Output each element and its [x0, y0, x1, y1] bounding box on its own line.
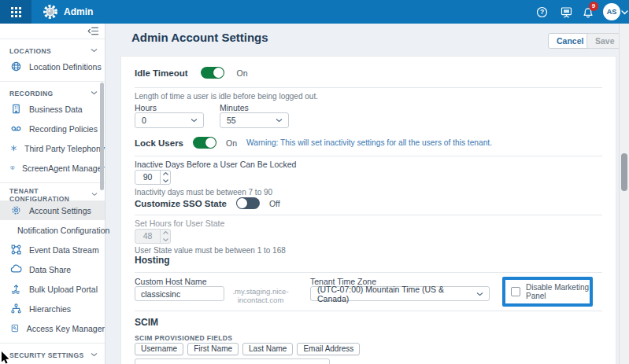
idle-timeout-toggle[interactable] [201, 67, 224, 79]
scim-heading: SCIM [135, 317, 158, 328]
divider [0, 182, 105, 183]
stepper-spin-buttons [160, 230, 170, 243]
host-suffix-text: .my.staging.nice-incontact.com [231, 287, 290, 304]
sidebar-item-location-definitions[interactable]: Location Definitions [0, 57, 105, 76]
sidebar-item-account-settings[interactable]: Account Settings [0, 200, 105, 220]
sidebar-section-recording[interactable]: RECORDING [0, 87, 105, 99]
admin-app-window: Admin ? 9 AS LOCATIONS [0, 0, 629, 364]
stepper-up-button[interactable] [161, 171, 170, 178]
chevron-down-icon [476, 292, 483, 296]
disable-marketing-panel-highlight: Disable Marketing Panel [502, 277, 593, 307]
sidebar-item-hierarchies[interactable]: Hierarchies [0, 299, 105, 318]
account-settings-card: Idle Timeout On Length of time a user is… [120, 56, 616, 364]
sidebar-collapse-row [0, 24, 105, 39]
user-avatar[interactable]: AS [603, 3, 620, 20]
user-menu-chevron-down-icon[interactable] [621, 10, 628, 15]
chevron-down-icon [191, 119, 198, 123]
sidebar-section-security-settings[interactable]: SECURITY SETTINGS [0, 349, 105, 361]
mouse-cursor [1, 351, 10, 364]
lock-users-toggle[interactable] [193, 137, 216, 149]
toggle-knob [205, 138, 216, 148]
sidebar-scrollbar-thumb[interactable] [100, 83, 104, 190]
chevron-down-icon [276, 119, 283, 123]
sidebar-item-notification-configuration[interactable]: Notification Configuration [0, 220, 105, 240]
custom-host-name-label: Custom Host Name [135, 277, 207, 286]
sidebar-item-access-key-manager[interactable]: Access Key Manager [0, 318, 105, 338]
set-hours-stepper[interactable]: 48 [135, 229, 171, 244]
divider [0, 343, 105, 344]
admin-app-logo-icon [42, 3, 59, 20]
scim-chip-email-address[interactable]: Email Address [297, 343, 360, 355]
sidebar-section-locations[interactable]: LOCATIONS [0, 45, 105, 57]
stepper-down-button[interactable] [161, 237, 170, 244]
toggle-knob [237, 198, 247, 208]
nodes-icon [10, 244, 22, 256]
set-hours-label: Set Hours for User State [135, 219, 224, 228]
idle-timeout-help: Length of time a user is idle before bei… [135, 92, 318, 101]
minutes-label: Minutes [220, 103, 249, 112]
minutes-select[interactable]: 55 [220, 112, 289, 128]
stepper-up-button[interactable] [161, 230, 170, 237]
divider [0, 81, 105, 82]
notification-count-badge: 9 [589, 2, 598, 11]
upload-icon [10, 283, 22, 295]
sidebar-item-screenagent-manager[interactable]: ScreenAgent Manager [0, 158, 105, 178]
chevron-down-icon [91, 353, 98, 357]
grid-icon [11, 7, 21, 17]
key-card-icon [10, 322, 20, 334]
save-button[interactable]: Save [586, 33, 623, 49]
building-icon [10, 103, 22, 115]
cancel-button[interactable]: Cancel [548, 33, 592, 49]
divider [135, 311, 602, 311]
globe-icon [10, 61, 22, 72]
divider [135, 156, 602, 156]
chevron-down-icon [91, 91, 98, 95]
cloud-icon [10, 263, 22, 275]
page-scrollbar-thumb[interactable] [621, 153, 627, 191]
stepper-spin-buttons [160, 171, 170, 184]
sidebar-item-business-data[interactable]: Business Data [0, 99, 105, 119]
scim-fields-select[interactable]: Select... [135, 358, 330, 364]
collapse-sidebar-icon[interactable] [87, 26, 99, 36]
divider [135, 215, 602, 215]
whats-new-board-icon[interactable] [561, 6, 572, 18]
idle-timeout-state: On [237, 68, 248, 78]
inactive-days-help: Inactivity days must be between 7 to 90 [135, 188, 272, 197]
page-scrollbar-track [619, 24, 629, 364]
customize-sso-label: Customize SSO State [135, 199, 227, 208]
app-launcher-button[interactable] [0, 0, 31, 24]
voicemail-icon [10, 123, 22, 134]
lock-users-warning: Warning: This will set inactivity settin… [246, 138, 492, 147]
sidebar-section-tenant-configuration[interactable]: TENANT CONFIGURATION [0, 189, 105, 200]
sidebar-item-recording-policies[interactable]: Recording Policies [0, 119, 105, 138]
idle-timeout-label: Idle Timeout [135, 68, 188, 78]
scim-chip-first-name[interactable]: First Name [187, 343, 239, 355]
sidebar-item-data-share[interactable]: Data Share [0, 259, 105, 279]
stepper-down-button[interactable] [161, 178, 170, 185]
sidebar-item-event-data-stream[interactable]: Event Data Stream [0, 240, 105, 259]
help-icon[interactable]: ? [536, 6, 548, 18]
customize-sso-toggle[interactable] [236, 197, 260, 209]
svg-text:?: ? [540, 8, 544, 16]
disable-marketing-panel-checkbox[interactable] [511, 287, 520, 296]
lock-users-label: Lock Users [135, 138, 183, 148]
sidebar-item-bulk-upload-portal[interactable]: Bulk Upload Portal [0, 279, 105, 299]
divider [135, 87, 602, 88]
chevron-down-icon [91, 49, 98, 53]
tenant-time-zone-select[interactable]: (UTC-07:00) Mountain Time (US & Canada) [310, 286, 490, 301]
toggle-knob [213, 68, 224, 78]
app-title: Admin [64, 0, 93, 24]
scim-chip-username[interactable]: Username [135, 343, 183, 355]
hours-select[interactable]: 0 [135, 112, 204, 128]
customize-sso-state: Off [269, 199, 280, 208]
sidebar-nav: LOCATIONS Location Definitions RECORDING… [0, 24, 105, 364]
scim-chip-last-name[interactable]: Last Name [242, 343, 293, 355]
gear-icon [10, 204, 22, 216]
chevron-down-icon [91, 193, 98, 197]
custom-host-name-input[interactable] [135, 286, 224, 301]
sidebar-item-third-party-telephony[interactable]: Third Party Telephony [0, 138, 105, 158]
asterisk-icon [10, 142, 17, 154]
inactive-days-stepper[interactable]: 90 [135, 170, 171, 185]
monitor-agent-icon [10, 162, 15, 174]
hierarchy-tree-icon [10, 303, 22, 314]
